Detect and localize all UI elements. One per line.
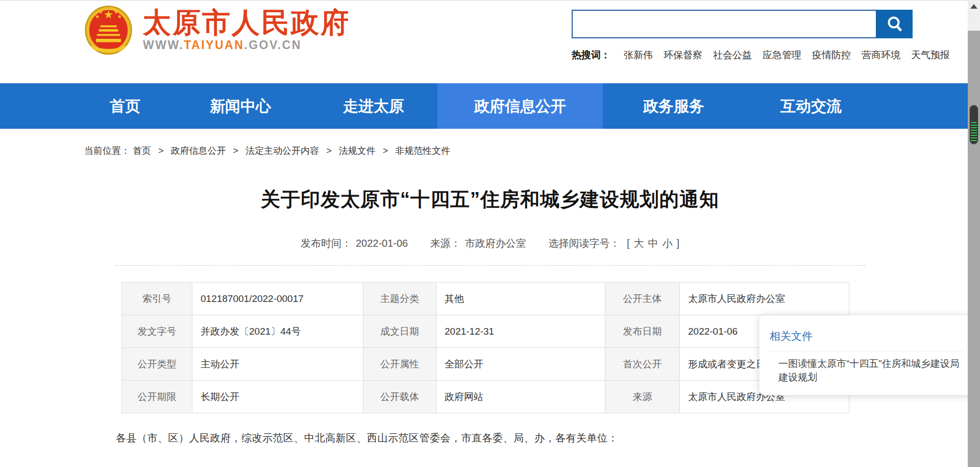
nav-item-home[interactable]: 首页	[110, 83, 140, 129]
hot-word-link[interactable]: 疫情防控	[812, 49, 851, 62]
main-navigation: 首页 新闻中心 走进太原 政府信息公开 政务服务 互动交流	[0, 83, 980, 129]
info-value: 全部公开	[436, 348, 605, 381]
scrollbar-track[interactable]	[968, 31, 980, 467]
info-label: 发文字号	[122, 315, 192, 348]
font-size-medium-button[interactable]: 中	[648, 238, 658, 249]
info-value: 其他	[436, 283, 605, 315]
search-icon	[885, 14, 905, 34]
table-row: 发文字号 并政办发〔2021〕44号 成文日期 2021-12-31 发布日期 …	[122, 315, 849, 348]
breadcrumb: 当前位置： 首页 > 政府信息公开 > 法定主动公开内容 > 法规文件 > 非规…	[84, 145, 980, 157]
hot-word-link[interactable]: 营商环境	[862, 49, 900, 62]
info-label: 公开主体	[605, 283, 680, 315]
breadcrumb-item-statutory[interactable]: 法定主动公开内容	[246, 146, 319, 156]
nav-item-gov-info-active[interactable]: 政府信息公开	[474, 83, 566, 129]
arrow-up-icon	[970, 4, 977, 9]
hot-word-link[interactable]: 天气预报	[911, 49, 950, 62]
search-button[interactable]	[877, 10, 913, 38]
breadcrumb-label: 当前位置：	[84, 146, 130, 156]
search-bar	[572, 10, 913, 38]
nav-item-interaction[interactable]: 互动交流	[780, 83, 842, 129]
info-label: 公开属性	[363, 348, 436, 381]
source-value: 市政府办公室	[465, 238, 526, 249]
site-url-suffix: .GOV.CN	[244, 38, 302, 52]
table-row: 索引号 012187001/2022-00017 主题分类 其他 公开主体 太原…	[122, 283, 849, 315]
related-files-title[interactable]: 相关文件	[770, 329, 964, 343]
hot-word-link[interactable]: 社会公益	[713, 49, 752, 62]
breadcrumb-separator: >	[158, 146, 164, 156]
site-url: WWW.TAIYUAN.GOV.CN	[143, 38, 350, 52]
info-label: 主题分类	[363, 283, 436, 315]
dashed-divider	[115, 265, 865, 266]
site-name: 太原市人民政府	[143, 8, 350, 38]
hot-search-label: 热搜词：	[572, 49, 610, 62]
font-size-label: 选择阅读字号：	[548, 238, 620, 249]
page: 太原市人民政府 WWW.TAIYUAN.GOV.CN 热搜词： 张新伟 环保督察…	[0, 0, 980, 467]
info-value: 长期公开	[192, 381, 363, 413]
nav-item-about[interactable]: 走进太原	[343, 83, 404, 129]
breadcrumb-item-regulations[interactable]: 法规文件	[339, 146, 376, 156]
font-size-large-button[interactable]: 大	[634, 238, 644, 249]
source-label: 来源：	[430, 238, 461, 249]
publish-time-label: 发布时间：	[301, 238, 352, 249]
site-url-prefix: WWW.	[143, 38, 184, 52]
publish-time-value: 2022-01-06	[356, 238, 408, 249]
info-value: 主动公开	[192, 348, 363, 381]
table-row: 公开期限 长期公开 公开载体 政府网站 来源 太原市人民政府办公室	[122, 381, 849, 413]
info-label: 首次公开	[605, 348, 680, 381]
info-value: 太原市人民政府办公室	[680, 283, 849, 315]
font-size-bracket-open: [	[627, 238, 630, 249]
hot-word-link[interactable]: 应急管理	[763, 49, 801, 62]
scrollbar-thumb[interactable]	[969, 105, 978, 145]
breadcrumb-item-gov-info[interactable]: 政府信息公开	[171, 146, 226, 156]
font-size-bracket-close: ]	[677, 238, 680, 249]
hot-word-link[interactable]: 环保督察	[664, 49, 702, 62]
article-meta: 发布时间：2022-01-06 来源：市政府办公室 选择阅读字号： [大中小]	[0, 237, 980, 250]
nav-item-services[interactable]: 政务服务	[643, 83, 704, 129]
article-paragraph: 各县（市、区）人民政府，综改示范区、中北高新区、西山示范区管委会，市直各委、局、…	[116, 431, 980, 445]
search-input[interactable]	[572, 10, 877, 38]
hot-search-row: 热搜词： 张新伟 环保督察 社会公益 应急管理 疫情防控 营商环境 天气预报	[572, 49, 961, 62]
info-label: 发布日期	[605, 315, 680, 348]
breadcrumb-separator: >	[326, 146, 332, 156]
scroll-up-button[interactable]	[968, 0, 980, 31]
site-url-domain: TAIYUAN	[184, 38, 244, 52]
site-header: 太原市人民政府 WWW.TAIYUAN.GOV.CN 热搜词： 张新伟 环保督察…	[0, 1, 980, 83]
hot-word-link[interactable]: 张新伟	[624, 49, 653, 62]
article-title: 关于印发太原市“十四五”住房和城乡建设规划的通知	[0, 186, 980, 213]
table-row: 公开类型 主动公开 公开属性 全部公开 首次公开 形成或者变更之日	[122, 348, 849, 381]
info-label: 公开载体	[363, 381, 436, 413]
info-value: 并政办发〔2021〕44号	[192, 315, 363, 348]
info-label: 公开期限	[122, 381, 192, 413]
font-size-small-button[interactable]: 小	[663, 238, 673, 249]
breadcrumb-item-non-normative[interactable]: 非规范性文件	[395, 146, 450, 156]
breadcrumb-separator: >	[383, 146, 388, 156]
scrollbar-thumb-grip	[971, 122, 977, 142]
breadcrumb-item-home[interactable]: 首页	[133, 146, 151, 156]
vertical-scrollbar	[968, 0, 980, 467]
nav-item-news[interactable]: 新闻中心	[210, 83, 271, 129]
related-file-link[interactable]: 一图读懂太原市“十四五”住房和城乡建设局建设规划	[778, 357, 964, 385]
site-title-block: 太原市人民政府 WWW.TAIYUAN.GOV.CN	[143, 8, 350, 53]
info-label: 索引号	[122, 283, 192, 315]
national-emblem-icon	[84, 5, 133, 55]
info-value: 012187001/2022-00017	[192, 283, 363, 315]
breadcrumb-separator: >	[233, 146, 239, 156]
info-label: 成文日期	[363, 315, 436, 348]
related-files-panel: 相关文件 一图读懂太原市“十四五”住房和城乡建设局建设规划	[760, 315, 975, 395]
site-logo[interactable]: 太原市人民政府 WWW.TAIYUAN.GOV.CN	[84, 5, 350, 55]
info-value: 政府网站	[436, 381, 605, 413]
info-value: 2021-12-31	[436, 315, 605, 348]
document-info-table: 索引号 012187001/2022-00017 主题分类 其他 公开主体 太原…	[121, 282, 849, 413]
info-label: 公开类型	[122, 348, 192, 381]
info-label: 来源	[605, 381, 680, 413]
panel-divider	[770, 351, 964, 352]
